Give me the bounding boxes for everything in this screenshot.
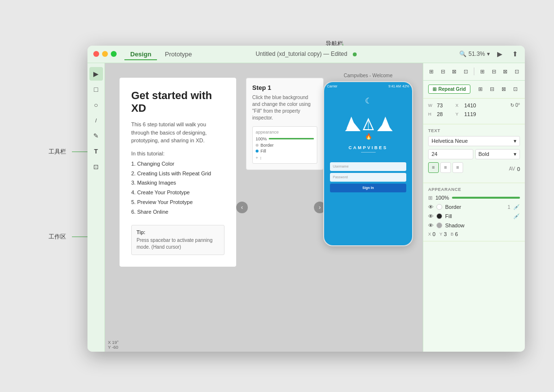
border-label: Border [445, 204, 504, 210]
tab-design[interactable]: Design [124, 49, 157, 60]
share-button[interactable]: ⬆ [509, 48, 521, 60]
align-left-btn[interactable]: ≡ [428, 162, 439, 173]
toolbar-annotation: 工具栏 [49, 148, 66, 156]
font-chevron-icon: ▾ [514, 138, 517, 144]
signin-button[interactable]: Sign In [330, 184, 406, 192]
fill-eyedropper-icon[interactable]: 💉 [513, 213, 520, 220]
opacity-icon: ⊞ [428, 195, 433, 201]
av-value[interactable]: 0 [517, 166, 520, 172]
username-field[interactable]: Username [330, 162, 406, 171]
grid-icon-3[interactable]: ⊠ [499, 85, 508, 94]
artboard-tool[interactable]: ⊡ [89, 160, 103, 174]
align-right-icon[interactable]: ⊠ [450, 67, 459, 76]
titlebar: Design Prototype Untitled (xd_tutorial c… [87, 46, 525, 63]
grid-icon: ⊞ [433, 86, 436, 92]
y-value[interactable]: 1119 [464, 111, 476, 117]
distribute-h-icon[interactable]: ⊠ [501, 67, 510, 76]
inspector-panel: ⊞ ⊟ ⊠ ⊡ ⊞ ⊟ ⊠ ⊡ ⊞ Repeat Grid [423, 63, 525, 352]
pen-tool[interactable]: ✎ [89, 129, 103, 143]
camp-svg: ☾ [334, 95, 402, 143]
list-item[interactable]: 5. Preview Your Prototype [131, 198, 225, 207]
zoom-chevron: ▾ [487, 51, 490, 57]
align-right-btn[interactable]: ≡ [452, 162, 463, 173]
list-item[interactable]: 2. Creating Lists with Repeat Grid [131, 169, 225, 179]
font-style-row: 24 Bold ▾ [428, 149, 520, 159]
shadow-y-value[interactable]: 3 [444, 231, 447, 237]
ellipse-tool[interactable]: ○ [89, 98, 103, 112]
shadow-row: 👁 Shadow [428, 222, 520, 228]
preview-button[interactable]: ▶ [494, 48, 505, 60]
password-field[interactable]: Password [330, 173, 406, 182]
align-top-icon[interactable]: ⊟ [439, 67, 448, 76]
list-item[interactable]: 6. Share Online [131, 207, 225, 217]
x-label: X [455, 103, 461, 108]
text-tool[interactable]: T [89, 145, 103, 158]
svg-text:☾: ☾ [365, 97, 372, 105]
zoom-control[interactable]: 🔍 51.3% ▾ [459, 51, 490, 57]
list-item[interactable]: 1. Changing Color [131, 159, 225, 169]
shadow-color-dot[interactable] [436, 222, 442, 228]
align-left-icon[interactable]: ⊞ [427, 67, 436, 76]
tutorial-panel: Get started with XD This 6 step tutorial… [120, 78, 236, 267]
carrier-text: Carrier [327, 85, 388, 88]
grid-icon-2[interactable]: ⊟ [487, 85, 497, 94]
h-value[interactable]: 28 [437, 111, 443, 117]
distribute-icon[interactable]: ⊡ [462, 67, 470, 76]
step-properties: appearance 100% Border Fill [252, 126, 317, 164]
font-weight-field[interactable]: Bold ▾ [475, 149, 520, 159]
line-tool[interactable]: / [89, 114, 103, 127]
maximize-button[interactable] [111, 51, 117, 57]
list-item[interactable]: 3. Masking Images [131, 178, 225, 188]
shadow-x-value[interactable]: 0 [433, 231, 435, 237]
grid-icon-4[interactable]: ⊡ [510, 85, 520, 94]
shadow-b-value[interactable]: 6 [455, 231, 458, 237]
tab-prototype[interactable]: Prototype [159, 49, 198, 60]
main-window: Design Prototype Untitled (xd_tutorial c… [87, 46, 525, 352]
list-item[interactable]: 4. Create Your Prototype [131, 188, 225, 198]
rectangle-tool[interactable]: □ [89, 83, 103, 96]
border-eye-icon[interactable]: 👁 [428, 204, 433, 210]
traffic-lights [87, 51, 117, 57]
grid-icon-1[interactable]: ⊞ [475, 85, 485, 94]
border-value[interactable]: 1 [507, 205, 510, 210]
rotation-value[interactable]: ↻ 0° [510, 102, 520, 108]
align-center-btn[interactable]: ≡ [440, 162, 451, 173]
font-size-field[interactable]: 24 [428, 149, 473, 159]
opacity-value[interactable]: 100% [435, 195, 449, 201]
nav-arrow-left[interactable]: ‹ [236, 202, 248, 213]
shadow-eye-icon[interactable]: 👁 [428, 222, 433, 228]
bottom-status: X 19° Y -60 [105, 338, 121, 352]
x-value[interactable]: 1410 [464, 102, 476, 108]
align-h-icon[interactable]: ⊞ [478, 67, 487, 76]
font-selector[interactable]: Helvetica Neue ▾ [428, 136, 520, 146]
fill-color-dot[interactable] [436, 213, 442, 219]
fill-eye-icon[interactable]: 👁 [428, 213, 433, 219]
opacity-bar[interactable] [452, 197, 520, 199]
align-v-icon[interactable]: ⊟ [489, 67, 498, 76]
window-title: Untitled (xd_tutorial copy) — Edited [256, 51, 357, 57]
phone-mockup: Carrier 9:41 AM 42% ☾ [323, 81, 413, 246]
text-section: TEXT Helvetica Neue ▾ 24 Bold ▾ [423, 124, 525, 183]
minimize-button[interactable] [102, 51, 108, 57]
shadow-label: Shadow [445, 222, 520, 228]
distribute-v-icon[interactable]: ⊡ [512, 67, 521, 76]
border-eyedropper-icon[interactable]: 💉 [513, 204, 520, 210]
shadow-x-label: X [428, 232, 431, 237]
repeat-grid-button[interactable]: ⊞ Repeat Grid [428, 85, 470, 94]
y-coord-val: -60 [112, 345, 118, 350]
transform-section: W 73 X 1410 ↻ 0° H 28 Y 1119 [423, 99, 525, 124]
svg-marker-6 [377, 121, 393, 131]
w-value[interactable]: 73 [437, 102, 443, 108]
inspector-toolbar: ⊞ ⊟ ⊠ ⊡ ⊞ ⊟ ⊠ ⊡ [423, 63, 525, 81]
border-color-dot[interactable] [436, 204, 442, 210]
phone-body: ☾ [324, 91, 412, 245]
phone-status-bar: Carrier 9:41 AM 42% [324, 82, 412, 91]
appearance-section-title: APPEARANCE [428, 187, 520, 192]
x-coord-val: 19° [112, 340, 119, 345]
repeat-grid-section: ⊞ Repeat Grid ⊞ ⊟ ⊠ ⊡ [423, 81, 525, 99]
tip-box: Tip: Press spacebar to activate panning … [131, 225, 225, 255]
step-desc: Click the blue background and change the… [252, 94, 317, 121]
close-button[interactable] [93, 51, 99, 57]
svg-marker-2 [345, 121, 361, 131]
select-tool[interactable]: ▶ [89, 67, 103, 81]
